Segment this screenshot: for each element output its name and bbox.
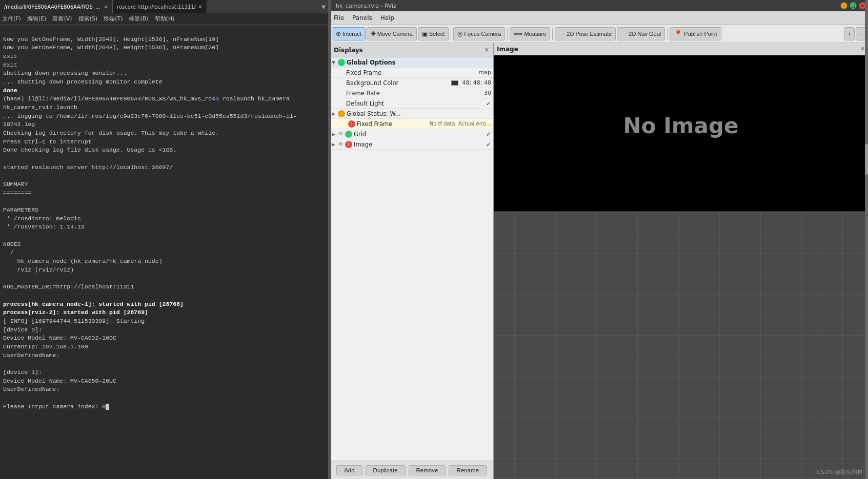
measure-button[interactable]: ⟺ Measure — [510, 27, 550, 40]
image-display: No Image — [494, 55, 868, 196]
global-options-row[interactable]: ▼ Global Options — [330, 57, 493, 68]
terminal-content[interactable]: Now you GetOneFrame, Width[2048], Height… — [0, 25, 330, 479]
default-light-value[interactable]: ✓ — [484, 100, 491, 107]
terminal-tab-2[interactable]: roscore http://localhost:11311/ ✕ — [113, 0, 207, 13]
fixed-frame-value[interactable]: map — [477, 69, 491, 76]
menu-help[interactable]: 帮助(H) — [155, 15, 175, 23]
nav-goal-icon: → — [621, 30, 627, 37]
nav-goal-button[interactable]: → 2D Nav Goal — [617, 27, 665, 40]
terminal-line-2: (base) ll@ll:/media/ll/0FE806A40FE806A4/… — [3, 95, 215, 102]
displays-header: Displays ✕ — [330, 43, 493, 57]
terminal-tab-1[interactable]: /media/ll/0FE806A40FE806A4/ROS_WS/w... ✕ — [0, 0, 113, 13]
fixed-frame-error-icon: ! — [348, 120, 355, 128]
rviz-menubar: File Panels Help — [330, 11, 868, 25]
nav-goal-label: 2D Nav Goal — [629, 31, 661, 37]
rviz-menu-panels[interactable]: Panels — [352, 14, 372, 22]
displays-tree: ▼ Global Options Fixed Frame map Backgro… — [330, 57, 493, 461]
publish-point-icon: 📍 — [674, 30, 682, 38]
global-status-expand[interactable]: ▶ — [332, 111, 338, 116]
frame-rate-value[interactable]: 30 — [482, 90, 491, 96]
terminal-panel: /media/ll/0FE806A40FE806A4/ROS_WS/w... ✕… — [0, 0, 330, 479]
duplicate-button[interactable]: Duplicate — [366, 465, 406, 475]
pose-estimate-button[interactable]: → 2D Pose Estimate — [555, 27, 616, 40]
terminal-tab-1-close[interactable]: ✕ — [104, 4, 108, 10]
image-label: Image — [354, 141, 484, 148]
toolbar-plus-btn[interactable]: + — [844, 27, 854, 40]
image-checked[interactable]: ✓ — [484, 141, 491, 148]
publish-point-button[interactable]: 📍 Publish Point — [670, 27, 721, 40]
rviz-panel: hk_camera.rviz - RViz ─ □ ✕ File Panels … — [330, 0, 868, 479]
menu-view[interactable]: 查看(V) — [52, 15, 72, 23]
pose-estimate-label: 2D Pose Estimate — [567, 31, 612, 37]
global-options-label: Global Options — [347, 59, 491, 66]
focus-camera-icon: ◎ — [457, 30, 462, 37]
grid-checked[interactable]: ✓ — [484, 131, 491, 138]
move-camera-icon: ✥ — [371, 30, 376, 37]
toolbar-minus-btn[interactable]: − — [856, 27, 866, 40]
grid-row[interactable]: ▶ 👁 Grid ✓ — [330, 129, 493, 139]
image-expand[interactable]: ▶ — [332, 142, 338, 147]
image-row[interactable]: ▶ 👁 ! Image ✓ — [330, 139, 493, 150]
terminal-info: [ INFO] [1697944744.511530389]: Starting… — [3, 318, 145, 410]
focus-camera-button[interactable]: ◎ Focus Camera — [453, 27, 505, 40]
menu-tabs[interactable]: 标签(B) — [129, 15, 148, 23]
interact-button[interactable]: ⊕ Interact — [332, 27, 366, 40]
global-options-expand[interactable]: ▼ — [332, 60, 338, 65]
displays-buttons: Add Duplicate Remove Rename — [330, 461, 493, 479]
frame-rate-row[interactable]: Frame Rate 30 — [330, 88, 493, 98]
select-label: Select — [429, 31, 445, 37]
image-panel-close[interactable]: ✕ — [860, 46, 865, 52]
remove-button[interactable]: Remove — [409, 465, 446, 475]
grid-expand[interactable]: ▶ — [332, 132, 338, 137]
toolbar-sep-4 — [667, 28, 668, 40]
global-status-icon: ! — [338, 110, 345, 117]
bg-color-swatch[interactable] — [451, 80, 458, 86]
focus-camera-label: Focus Camera — [464, 31, 501, 37]
drag-handle[interactable] — [328, 0, 331, 479]
interact-label: Interact — [342, 31, 361, 37]
terminal-tab-dropdown[interactable]: ▼ — [321, 4, 326, 10]
terminal-tabs: /media/ll/0FE806A40FE806A4/ROS_WS/w... ✕… — [0, 0, 330, 13]
rviz-main: Displays ✕ ▼ Global Options Fixed Frame … — [330, 43, 868, 479]
move-camera-button[interactable]: ✥ Move Camera — [367, 27, 417, 40]
image-visibility-icon[interactable]: 👁 — [338, 141, 344, 148]
menu-terminal[interactable]: 终端(T) — [104, 15, 123, 23]
scroll-handle[interactable] — [865, 144, 868, 175]
image-panel-header: Image ✕ — [494, 43, 868, 55]
win-minimize-btn[interactable]: ─ — [840, 2, 847, 9]
menu-search[interactable]: 搜索(S) — [78, 15, 98, 23]
global-status-fixed-frame-label: Fixed Frame — [357, 120, 428, 128]
right-scrollbar[interactable] — [865, 43, 868, 479]
fixed-frame-row[interactable]: Fixed Frame map — [330, 68, 493, 78]
frame-rate-label: Frame Rate — [346, 90, 482, 97]
image-panel: Image ✕ No Image — [494, 43, 868, 212]
global-status-fixed-frame-row[interactable]: ! Fixed Frame No tf data. Actual erro... — [330, 119, 493, 129]
menu-edit[interactable]: 编辑(E) — [27, 15, 47, 23]
rviz-toolbar: ⊕ Interact ✥ Move Camera ▣ Select ◎ Focu… — [330, 25, 868, 43]
select-icon: ▣ — [422, 30, 428, 37]
background-color-value: 48; 48; 48 — [449, 79, 491, 86]
terminal-menubar: 文件(F) 编辑(E) 查看(V) 搜索(S) 终端(T) 标签(B) 帮助(H… — [0, 13, 330, 25]
rviz-menu-help[interactable]: Help — [380, 14, 394, 22]
grid-visibility-icon[interactable]: 👁 — [338, 131, 344, 137]
select-button[interactable]: ▣ Select — [418, 27, 449, 40]
terminal-tab-2-label: roscore http://localhost:11311/ — [117, 4, 196, 10]
global-options-status-icon — [338, 59, 345, 66]
default-light-row[interactable]: Default Light ✓ — [330, 98, 493, 109]
rviz-menu-file[interactable]: File — [334, 14, 344, 22]
viewport-3d[interactable]: CSDN @摆兔的树 — [494, 212, 868, 479]
displays-close-btn[interactable]: ✕ — [485, 47, 489, 53]
global-status-label: Global Status: W... — [347, 110, 491, 117]
win-maximize-btn[interactable]: □ — [850, 2, 857, 9]
global-status-row[interactable]: ▶ ! Global Status: W... — [330, 109, 493, 119]
add-button[interactable]: Add — [336, 465, 362, 475]
grid-label: Grid — [354, 131, 484, 138]
background-color-row[interactable]: Background Color 48; 48; 48 — [330, 78, 493, 88]
grid-status-icon — [345, 131, 352, 138]
toolbar-sep-2 — [507, 28, 508, 40]
fixed-frame-label: Fixed Frame — [346, 69, 477, 76]
terminal-tab-2-close[interactable]: ✕ — [198, 4, 202, 10]
global-status-fixed-frame-value: No tf data. Actual erro... — [428, 121, 491, 127]
rename-button[interactable]: Rename — [449, 465, 486, 475]
menu-file[interactable]: 文件(F) — [2, 15, 21, 23]
